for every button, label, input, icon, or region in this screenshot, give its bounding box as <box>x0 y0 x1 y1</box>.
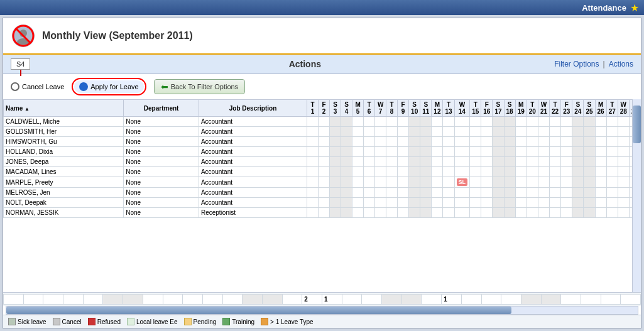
cell-day-15[interactable] <box>470 127 481 137</box>
cell-day-20[interactable] <box>527 147 538 157</box>
cell-day-17[interactable] <box>493 198 504 208</box>
cell-day-11[interactable] <box>420 157 432 167</box>
cell-day-3[interactable] <box>330 208 341 218</box>
cell-day-20[interactable] <box>527 198 538 208</box>
cell-day-14[interactable]: SL <box>454 177 470 188</box>
cell-day-15[interactable] <box>470 177 481 188</box>
cell-day-11[interactable] <box>420 167 432 177</box>
cell-day-15[interactable] <box>470 137 481 147</box>
cell-day-2[interactable] <box>319 147 330 157</box>
cell-day-9[interactable] <box>398 188 409 198</box>
cell-day-3[interactable] <box>330 137 341 147</box>
cell-day-22[interactable] <box>550 208 561 218</box>
cell-day-19[interactable] <box>515 127 527 137</box>
cell-day-13[interactable] <box>443 117 454 127</box>
cell-day-16[interactable] <box>481 137 493 147</box>
cell-day-14[interactable] <box>454 208 470 218</box>
cell-day-19[interactable] <box>515 198 527 208</box>
cell-day-1[interactable] <box>307 147 319 157</box>
cell-day-21[interactable] <box>538 157 549 167</box>
cell-day-1[interactable] <box>307 127 319 137</box>
cell-day-25[interactable] <box>584 198 595 208</box>
cell-day-17[interactable] <box>493 137 504 147</box>
cell-day-28[interactable] <box>618 208 629 218</box>
cell-day-14[interactable] <box>454 188 470 198</box>
cell-day-7[interactable] <box>375 188 386 198</box>
cell-day-26[interactable] <box>595 188 606 198</box>
cell-day-18[interactable] <box>504 127 515 137</box>
cell-day-6[interactable] <box>364 137 375 147</box>
cell-day-16[interactable] <box>481 188 493 198</box>
cell-day-16[interactable] <box>481 147 493 157</box>
cell-day-25[interactable] <box>584 137 595 147</box>
cell-day-12[interactable] <box>432 188 443 198</box>
cell-day-6[interactable] <box>364 208 375 218</box>
cell-day-17[interactable] <box>493 208 504 218</box>
cell-day-2[interactable] <box>319 157 330 167</box>
cell-day-8[interactable] <box>386 157 398 167</box>
cell-day-28[interactable] <box>618 198 629 208</box>
cell-day-22[interactable] <box>550 127 561 137</box>
cell-day-15[interactable] <box>470 198 481 208</box>
cell-day-24[interactable] <box>572 117 584 127</box>
cell-day-4[interactable] <box>341 208 352 218</box>
cell-day-6[interactable] <box>364 147 375 157</box>
cell-day-20[interactable] <box>527 127 538 137</box>
cell-day-21[interactable] <box>538 147 549 157</box>
cell-day-4[interactable] <box>341 198 352 208</box>
cell-day-22[interactable] <box>550 188 561 198</box>
cell-day-20[interactable] <box>527 137 538 147</box>
cell-day-3[interactable] <box>330 188 341 198</box>
header-job-description[interactable]: Job Description <box>199 100 307 117</box>
cell-day-2[interactable] <box>319 177 330 188</box>
cell-day-15[interactable] <box>470 147 481 157</box>
cell-day-10[interactable] <box>409 117 420 127</box>
cell-day-6[interactable] <box>364 127 375 137</box>
cell-day-2[interactable] <box>319 198 330 208</box>
cell-day-23[interactable] <box>561 117 572 127</box>
cell-day-8[interactable] <box>386 127 398 137</box>
cell-day-25[interactable] <box>584 127 595 137</box>
cell-day-2[interactable] <box>319 208 330 218</box>
scrollbar-thumb[interactable] <box>633 106 641 143</box>
cell-day-19[interactable] <box>515 117 527 127</box>
cell-day-24[interactable] <box>572 177 584 188</box>
cell-day-15[interactable] <box>470 167 481 177</box>
cell-day-9[interactable] <box>398 157 409 167</box>
cell-day-6[interactable] <box>364 198 375 208</box>
cell-day-7[interactable] <box>375 127 386 137</box>
cell-day-4[interactable] <box>341 127 352 137</box>
cell-day-17[interactable] <box>493 157 504 167</box>
cell-day-1[interactable] <box>307 188 319 198</box>
cell-day-14[interactable] <box>454 137 470 147</box>
cell-day-28[interactable] <box>618 188 629 198</box>
cell-day-8[interactable] <box>386 198 398 208</box>
cell-day-27[interactable] <box>606 117 618 127</box>
cell-day-13[interactable] <box>443 177 454 188</box>
cell-day-2[interactable] <box>319 167 330 177</box>
cell-day-1[interactable] <box>307 137 319 147</box>
cell-day-24[interactable] <box>572 188 584 198</box>
cell-day-28[interactable] <box>618 147 629 157</box>
cell-day-22[interactable] <box>550 137 561 147</box>
cell-day-26[interactable] <box>595 127 606 137</box>
cell-day-3[interactable] <box>330 157 341 167</box>
cell-day-5[interactable] <box>352 147 364 157</box>
cell-day-2[interactable] <box>319 188 330 198</box>
cell-day-23[interactable] <box>561 157 572 167</box>
cell-day-23[interactable] <box>561 177 572 188</box>
cell-day-27[interactable] <box>606 167 618 177</box>
cell-day-23[interactable] <box>561 137 572 147</box>
cell-day-1[interactable] <box>307 177 319 188</box>
cell-day-14[interactable] <box>454 147 470 157</box>
cell-day-9[interactable] <box>398 167 409 177</box>
cell-day-11[interactable] <box>420 127 432 137</box>
cell-day-3[interactable] <box>330 177 341 188</box>
cell-day-12[interactable] <box>432 167 443 177</box>
cell-day-16[interactable] <box>481 198 493 208</box>
cell-day-4[interactable] <box>341 117 352 127</box>
cell-day-17[interactable] <box>493 188 504 198</box>
cell-day-22[interactable] <box>550 177 561 188</box>
cell-day-22[interactable] <box>550 198 561 208</box>
cell-day-4[interactable] <box>341 157 352 167</box>
